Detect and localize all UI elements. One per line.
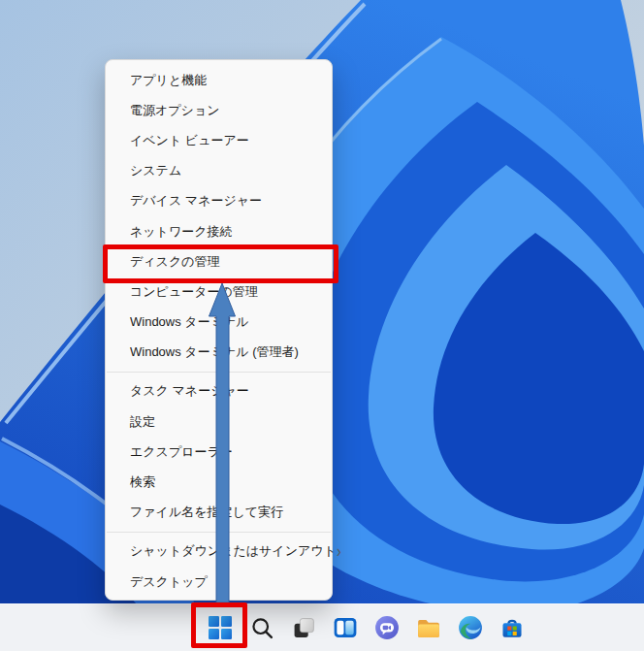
- menu-item-label: アプリと機能: [130, 72, 207, 89]
- menu-item-file-explorer[interactable]: エクスプローラー: [106, 437, 332, 467]
- menu-item-label: イベント ビューアー: [130, 132, 249, 149]
- edge-button[interactable]: [451, 608, 490, 647]
- menu-item-label: システム: [130, 162, 181, 179]
- menu-item-label: Windows ターミナル (管理者): [130, 343, 299, 361]
- search-button[interactable]: [242, 608, 281, 647]
- menu-item-label: 電源オプション: [130, 102, 220, 119]
- menu-item-label: ファイル名を指定して実行: [130, 504, 283, 521]
- menu-item-network-connections[interactable]: ネットワーク接続: [106, 216, 332, 246]
- search-icon: [250, 616, 274, 640]
- highlight-box-disk-management: [103, 244, 338, 283]
- menu-item-label: 設定: [130, 413, 155, 431]
- widgets-icon: [333, 615, 358, 640]
- menu-item-windows-terminal-admin[interactable]: Windows ターミナル (管理者): [106, 338, 332, 368]
- menu-item-search[interactable]: 検索: [106, 467, 332, 497]
- store-icon: [499, 615, 525, 640]
- menu-item-windows-terminal[interactable]: Windows ターミナル: [106, 308, 332, 338]
- menu-item-task-manager[interactable]: タスク マネージャー: [106, 376, 332, 407]
- chat-button[interactable]: [368, 608, 406, 647]
- menu-item-power-options[interactable]: 電源オプション: [106, 95, 332, 125]
- highlight-box-start-button: [191, 602, 247, 648]
- menu-item-label: ネットワーク接続: [130, 223, 233, 241]
- menu-item-label: コンピューターの管理: [130, 283, 258, 301]
- menu-item-apps-and-features[interactable]: アプリと機能: [106, 65, 332, 95]
- store-button[interactable]: [493, 608, 531, 647]
- edge-icon: [458, 615, 483, 640]
- chat-icon: [374, 615, 400, 640]
- menu-item-event-viewer[interactable]: イベント ビューアー: [106, 125, 332, 155]
- menu-item-desktop[interactable]: デスクトップ: [106, 567, 332, 597]
- chevron-right-icon: ›: [337, 543, 341, 561]
- menu-item-label: デバイス マネージャー: [130, 192, 262, 210]
- file-explorer-button[interactable]: [409, 608, 448, 647]
- menu-item-system[interactable]: システム: [106, 156, 332, 186]
- menu-item-device-manager[interactable]: デバイス マネージャー: [106, 186, 332, 216]
- winx-context-menu: アプリと機能 電源オプション イベント ビューアー システム デバイス マネージ…: [105, 59, 333, 601]
- task-view-button[interactable]: [284, 608, 323, 647]
- menu-item-label: 検索: [130, 473, 155, 491]
- menu-item-shutdown-or-sign-out[interactable]: シャットダウンまたはサインアウト ›: [106, 537, 332, 567]
- menu-item-label: エクスプローラー: [130, 443, 233, 461]
- folder-icon: [416, 615, 441, 640]
- menu-item-run[interactable]: ファイル名を指定して実行: [106, 498, 332, 528]
- menu-separator: [107, 372, 331, 373]
- task-view-icon: [292, 616, 316, 640]
- menu-item-label: タスク マネージャー: [130, 382, 249, 400]
- widgets-button[interactable]: [326, 608, 365, 647]
- taskbar: [0, 603, 644, 651]
- menu-item-label: シャットダウンまたはサインアウト: [130, 542, 337, 560]
- menu-separator: [107, 532, 331, 533]
- menu-item-label: Windows ターミナル: [130, 313, 249, 331]
- menu-item-label: デスクトップ: [130, 573, 208, 591]
- desktop: アプリと機能 電源オプション イベント ビューアー システム デバイス マネージ…: [0, 0, 644, 651]
- menu-item-settings[interactable]: 設定: [106, 407, 332, 437]
